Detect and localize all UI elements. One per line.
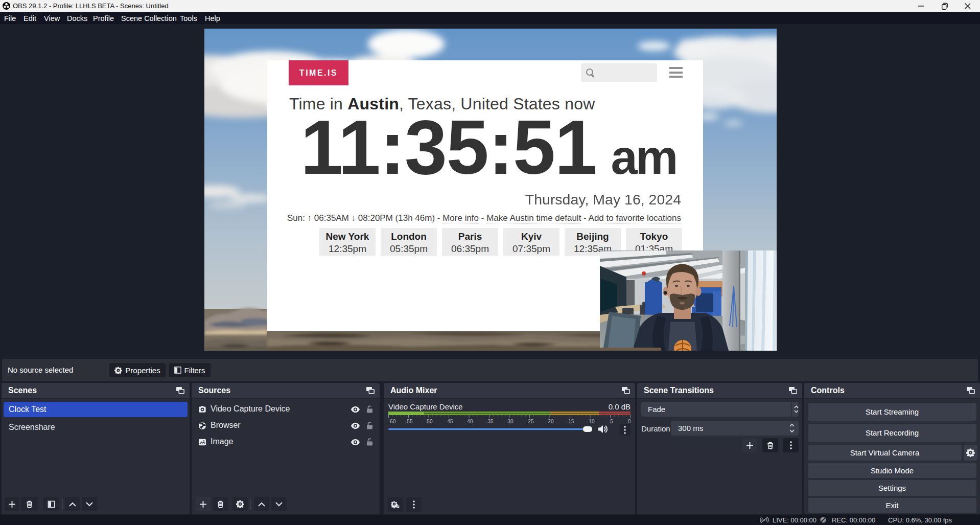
svg-text:-30: -30 (506, 419, 514, 424)
svg-text:-15: -15 (567, 419, 574, 424)
svg-text:-25: -25 (526, 419, 534, 424)
svg-text:-50: -50 (425, 419, 433, 424)
svg-text:-35: -35 (486, 419, 494, 424)
svg-text:0: 0 (628, 419, 631, 424)
svg-text:-5: -5 (609, 419, 613, 424)
svg-text:-20: -20 (546, 419, 554, 424)
svg-text:-60: -60 (388, 419, 396, 424)
svg-text:-45: -45 (446, 419, 453, 424)
svg-text:-55: -55 (405, 419, 413, 424)
svg-text:-40: -40 (465, 419, 473, 424)
svg-text:-10: -10 (587, 419, 595, 424)
